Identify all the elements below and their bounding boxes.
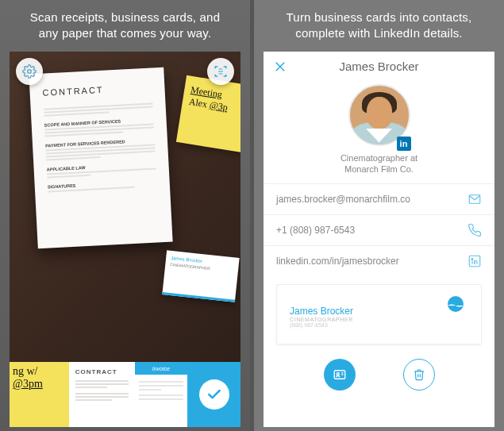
- linkedin-row[interactable]: linkedin.com/in/jamesbrocker: [264, 245, 494, 276]
- card-logo-icon: [446, 294, 465, 314]
- save-contact-button[interactable]: [324, 359, 356, 391]
- scan-icon: [214, 64, 228, 79]
- scanned-document: CONTRACT SCOPE AND MANNER OF SERVICES PA…: [29, 67, 172, 248]
- contact-panel: Turn business cards into contacts, compl…: [254, 0, 504, 431]
- svg-rect-3: [469, 195, 480, 204]
- right-headline: Turn business cards into contacts, compl…: [254, 0, 504, 52]
- gear-icon: [22, 64, 37, 79]
- thumb-invoice[interactable]: Invoice: [135, 362, 188, 427]
- contact-name: James Brocker: [275, 60, 483, 73]
- mail-icon: [467, 192, 482, 206]
- scanner-panel: Scan receipts, business cards, and any p…: [0, 0, 250, 431]
- card-preview-name: James Brocker: [290, 306, 468, 317]
- scan-mode-button[interactable]: [207, 58, 234, 85]
- close-icon: [273, 60, 287, 74]
- card-preview-role: CINEMATOGRAPHER: [290, 317, 468, 322]
- left-headline: Scan receipts, business cards, and any p…: [0, 0, 250, 52]
- confirm-scan-button[interactable]: [187, 362, 240, 427]
- contact-card: James Brocker in Cinematographer at Mona…: [264, 52, 494, 428]
- close-button[interactable]: [273, 60, 287, 74]
- thumbnail-strip: ng w/ @3pm CONTRACT Invoice: [10, 362, 240, 427]
- settings-button[interactable]: [16, 58, 43, 85]
- business-card-on-desk: James Brocker CINEMATOGRAPHER: [162, 250, 239, 302]
- delete-button[interactable]: [403, 359, 435, 391]
- contact-title: Cinematographer at Monarch Film Co.: [264, 149, 494, 184]
- camera-viewport: CONTRACT SCOPE AND MANNER OF SERVICES PA…: [10, 52, 240, 363]
- email-row[interactable]: james.brocker@monarchfilm.co: [264, 183, 494, 214]
- linkedin-value: linkedin.com/in/jamesbrocker: [276, 256, 399, 267]
- linkedin-icon: [467, 254, 482, 268]
- phone-icon: [467, 223, 482, 237]
- contact-card-icon: [333, 368, 347, 382]
- thumb-sticky[interactable]: ng w/ @3pm: [10, 362, 69, 427]
- svg-point-10: [337, 373, 339, 375]
- linkedin-badge-icon: in: [397, 137, 411, 151]
- scanned-card-preview[interactable]: James Brocker CINEMATOGRAPHER (808) 987-…: [276, 284, 482, 344]
- svg-point-0: [28, 69, 32, 73]
- phone-value: +1 (808) 987-6543: [276, 225, 355, 236]
- svg-point-8: [448, 296, 464, 312]
- phone-row[interactable]: +1 (808) 987-6543: [264, 214, 494, 245]
- trash-icon: [413, 368, 425, 381]
- document-title: CONTRACT: [42, 82, 152, 97]
- thumb-contract[interactable]: CONTRACT: [69, 362, 135, 427]
- svg-point-5: [471, 259, 473, 260]
- checkmark-icon: [199, 379, 229, 410]
- sticky-note: Meeting Alex @3p: [176, 75, 240, 152]
- svg-rect-9: [334, 371, 345, 379]
- email-value: james.brocker@monarchfilm.co: [276, 194, 410, 205]
- card-preview-phone: (808) 987-6543: [290, 322, 468, 328]
